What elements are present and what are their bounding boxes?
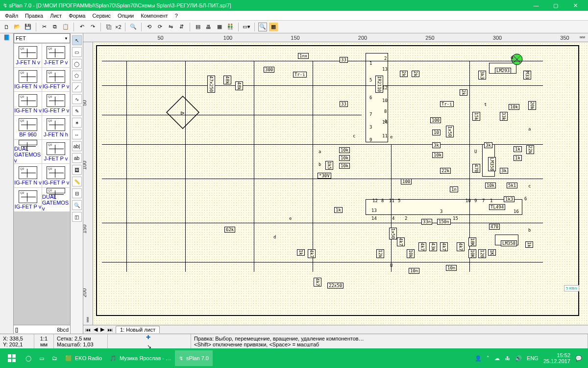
terminal-tool[interactable]: ⊟ — [72, 188, 82, 198]
text-tool[interactable]: ab| — [72, 141, 82, 151]
palette-cell[interactable]: Q0J-FET N h — [42, 116, 70, 139]
drawing-canvas[interactable]: ⊳ 1nx3333300Tr-i — [93, 42, 588, 325]
tray-network-icon[interactable]: 🖧 — [505, 355, 510, 361]
line-tool[interactable]: ／ — [72, 82, 82, 92]
flip-h-icon[interactable]: ⇋ — [167, 23, 175, 31]
menu-file[interactable]: Файл — [2, 12, 21, 20]
main-toolbar: 🗋 📂 💾 ✂ ⧉ 📋 ↶ ↷ ⿻ ×2 🔍 ⟲ ⟳ ⇋ ⇵ ▤ 🖶 ▦ 👬 ▭… — [0, 21, 588, 33]
palette-cell[interactable]: Q0IG-FET N v — [14, 68, 42, 91]
snap-blue-icon[interactable]: ✚ — [146, 334, 153, 341]
tray-clock[interactable]: 15:52 25.12.2017 — [543, 352, 570, 364]
taskbar-search-icon[interactable]: ◯ — [22, 350, 35, 366]
palette-cell[interactable]: Q0BF 960 — [14, 116, 42, 139]
component-value: 33k — [500, 112, 508, 121]
highlight-icon[interactable]: ▩ — [269, 23, 278, 31]
palette-cell[interactable]: Q0IG-FET P v — [14, 188, 42, 211]
component-value: LM358 — [488, 157, 496, 171]
component-value: 33 — [340, 101, 348, 107]
paste-icon[interactable]: 📋 — [61, 23, 70, 31]
component-value: 1k3 — [504, 196, 514, 202]
print-icon[interactable]: 🖶 — [204, 23, 213, 31]
palette-cell[interactable]: Q0IG-FET P v — [42, 164, 70, 187]
menu-form[interactable]: Форма — [66, 12, 88, 20]
freehand-tool[interactable]: ✎ — [72, 106, 82, 116]
menu-help[interactable]: ? — [172, 12, 181, 20]
tray-volume-icon[interactable]: 🔊 — [515, 355, 522, 362]
group-icon[interactable]: ▦ — [215, 23, 224, 31]
undo-icon[interactable]: ↶ — [77, 23, 86, 31]
flip-v-icon[interactable]: ⇵ — [177, 23, 186, 31]
redo-icon[interactable]: ↷ — [88, 23, 97, 31]
rotate-right-icon[interactable]: ⟳ — [156, 23, 165, 31]
search-icon[interactable]: 🔍 — [129, 23, 138, 31]
schematic-text: e — [390, 134, 392, 139]
node-tool[interactable]: ✶ — [72, 118, 82, 128]
palette-cell[interactable]: Q0J-FET N v — [14, 44, 42, 67]
label-tool[interactable]: ab — [72, 153, 82, 163]
tray-notifications-icon[interactable]: 💬 — [575, 355, 582, 362]
taskbar-item-3[interactable]: ↯ sPlan 7.0 — [175, 350, 213, 366]
open-icon[interactable]: 📂 — [13, 23, 22, 31]
palette-cell[interactable]: Q0IG-FET P v — [42, 68, 70, 91]
tab-nav-next[interactable]: ▶ — [100, 326, 104, 333]
palette-cell[interactable]: DUAL GATEMOS v — [14, 140, 42, 163]
minimize-button[interactable]: — — [526, 0, 546, 11]
menu-sheet[interactable]: Лист — [47, 12, 65, 20]
tab-nav-prev[interactable]: ◀ — [94, 326, 98, 333]
dimension-tool[interactable]: ↔ — [72, 130, 82, 139]
copy-icon[interactable]: ⧉ — [50, 23, 59, 31]
zoom-tool[interactable]: 🔍 — [72, 200, 82, 210]
bezier-tool[interactable]: ∿ — [72, 94, 82, 104]
taskbar-item-2[interactable]: 🎵 Музика Ярослав - … — [106, 350, 175, 366]
library-icon[interactable]: 👬 — [226, 23, 235, 31]
schematic-frame: ⊳ 1nx3333300Tr-i — [96, 45, 579, 316]
tray-lang[interactable]: ENG — [527, 355, 539, 361]
sheet-icon[interactable]: ▭▾ — [242, 23, 251, 31]
tray-cloud-icon[interactable]: ☁ — [494, 355, 500, 362]
maximize-button[interactable]: ▢ — [546, 0, 565, 11]
taskbar-item-1[interactable]: 🟩 EKO Radio — [61, 350, 106, 366]
taskbar-taskview-icon[interactable]: ▭ — [35, 350, 48, 366]
close-button[interactable]: ✕ — [565, 0, 585, 11]
component-value: 10n — [446, 265, 457, 271]
measure-tool[interactable]: 📏 — [72, 177, 82, 186]
palette-cell[interactable]: Q0IG-FET N v — [14, 92, 42, 115]
pan-tool[interactable]: ◫ — [72, 212, 82, 222]
palette-cell[interactable]: Q0IG-FET N v — [14, 164, 42, 187]
component-category-combo[interactable]: FET ▼ — [14, 33, 70, 43]
menu-options[interactable]: Опции — [115, 12, 137, 20]
palette-cell[interactable]: Q0IG-FET P v — [42, 92, 70, 115]
palette-cell[interactable]: Q0J-FET P v — [42, 44, 70, 67]
pointer-tool[interactable]: ↖ — [72, 35, 82, 45]
zoom-fit-icon[interactable]: 🔍 — [258, 23, 267, 31]
taskbar-explorer-icon[interactable]: 🗂 — [48, 350, 61, 366]
schematic-text: b — [528, 228, 531, 233]
tab-nav-last[interactable]: ⏭ — [107, 327, 113, 333]
image-tool[interactable]: 🖼 — [72, 165, 82, 175]
palette-footer-right[interactable]: 8bcd — [57, 327, 69, 333]
component-value: 1k — [514, 146, 522, 152]
duplicate-icon[interactable]: ⿻ — [104, 23, 113, 31]
tray-up-icon[interactable]: ˄ — [487, 355, 490, 362]
component-value: 10k — [339, 155, 350, 161]
tab-nav-first[interactable]: ⏮ — [85, 327, 91, 333]
rotate-left-icon[interactable]: ⟲ — [145, 23, 154, 31]
align-icon[interactable]: ▤ — [194, 23, 202, 31]
circle-tool[interactable]: ◯ — [72, 59, 82, 69]
component-value: 470 — [489, 224, 500, 230]
rect-tool[interactable]: ▭ — [72, 47, 82, 57]
menu-component[interactable]: Компонент — [138, 12, 171, 20]
menu-service[interactable]: Сервис — [89, 12, 114, 20]
sheet-tab-1[interactable]: 1: Новый лист — [116, 326, 160, 333]
save-icon[interactable]: 💾 — [24, 23, 32, 31]
tray-people-icon[interactable]: 👤 — [475, 355, 482, 362]
cut-icon[interactable]: ✂ — [40, 23, 49, 31]
start-button[interactable] — [2, 348, 22, 368]
poly-tool[interactable]: ⬠ — [72, 71, 82, 80]
lib-icon[interactable]: 📘 — [3, 34, 10, 41]
palette-cell[interactable]: Q0DUAL GATEMOS v — [42, 188, 70, 211]
new-icon[interactable]: 🗋 — [2, 23, 11, 31]
palette-cell[interactable]: Q0J-FET P v — [42, 140, 70, 163]
palette-footer-left[interactable]: [] — [15, 327, 18, 333]
menu-edit[interactable]: Правка — [22, 12, 46, 20]
